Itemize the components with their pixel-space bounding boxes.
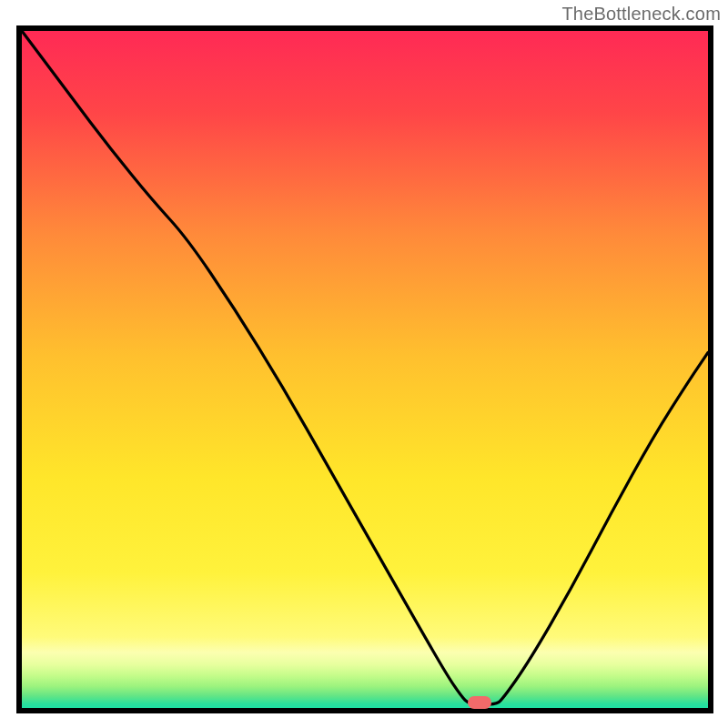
chart-container: TheBottleneck.com	[0, 0, 728, 728]
watermark-text: TheBottleneck.com	[561, 4, 721, 25]
bottleneck-curve-line	[0, 0, 728, 728]
optimal-point-marker	[468, 696, 491, 709]
